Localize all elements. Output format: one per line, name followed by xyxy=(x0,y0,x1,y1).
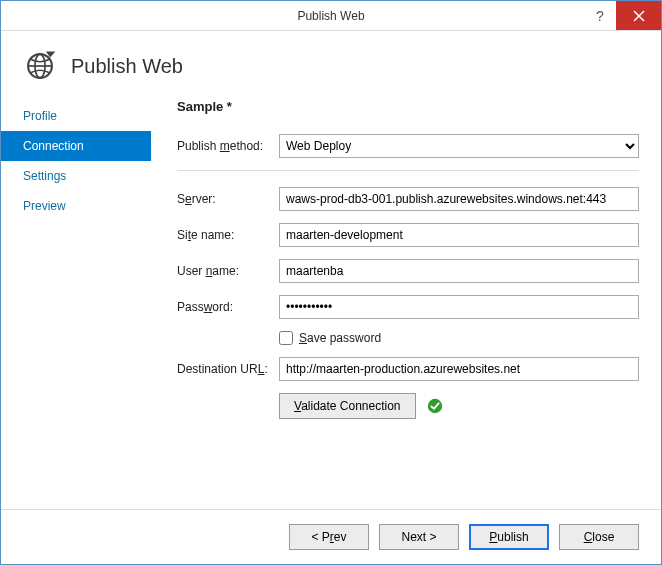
user-name-label: User name: xyxy=(177,264,279,278)
publish-method-select[interactable]: Web Deploy xyxy=(279,134,639,158)
validate-connection-button[interactable]: Validate Connection xyxy=(279,393,416,419)
divider xyxy=(177,170,639,171)
save-password-label[interactable]: Save password xyxy=(299,331,381,345)
server-input[interactable] xyxy=(279,187,639,211)
destination-url-label: Destination URL: xyxy=(177,362,279,376)
password-label: Password: xyxy=(177,300,279,314)
prev-button[interactable]: < Prev xyxy=(289,524,369,550)
window-title: Publish Web xyxy=(1,9,661,23)
svg-point-5 xyxy=(427,399,441,413)
profile-name-heading: Sample * xyxy=(177,99,639,114)
titlebar: Publish Web ? xyxy=(1,1,661,31)
site-name-input[interactable] xyxy=(279,223,639,247)
wizard-sidebar: Profile Connection Settings Preview xyxy=(1,95,151,499)
dialog-body: Profile Connection Settings Preview Samp… xyxy=(1,93,661,509)
publish-button[interactable]: Publish xyxy=(469,524,549,550)
user-name-input[interactable] xyxy=(279,259,639,283)
publish-method-label: Publish method: xyxy=(177,139,279,153)
sidebar-item-connection[interactable]: Connection xyxy=(1,131,151,161)
next-button[interactable]: Next > xyxy=(379,524,459,550)
save-password-checkbox[interactable] xyxy=(279,331,293,345)
destination-url-input[interactable] xyxy=(279,357,639,381)
wizard-main: Sample * Publish method: Web Deploy Serv… xyxy=(151,95,639,499)
dialog-header: Publish Web xyxy=(1,31,661,93)
dialog-title: Publish Web xyxy=(71,55,183,78)
sidebar-item-settings[interactable]: Settings xyxy=(1,161,151,191)
success-check-icon xyxy=(426,397,444,415)
dialog-footer: < Prev Next > Publish Close xyxy=(1,509,661,564)
sidebar-item-profile[interactable]: Profile xyxy=(1,101,151,131)
sidebar-item-preview[interactable]: Preview xyxy=(1,191,151,221)
site-name-label: Site name: xyxy=(177,228,279,242)
server-label: Server: xyxy=(177,192,279,206)
close-button[interactable]: Close xyxy=(559,524,639,550)
password-input[interactable] xyxy=(279,295,639,319)
globe-publish-icon xyxy=(23,49,57,83)
